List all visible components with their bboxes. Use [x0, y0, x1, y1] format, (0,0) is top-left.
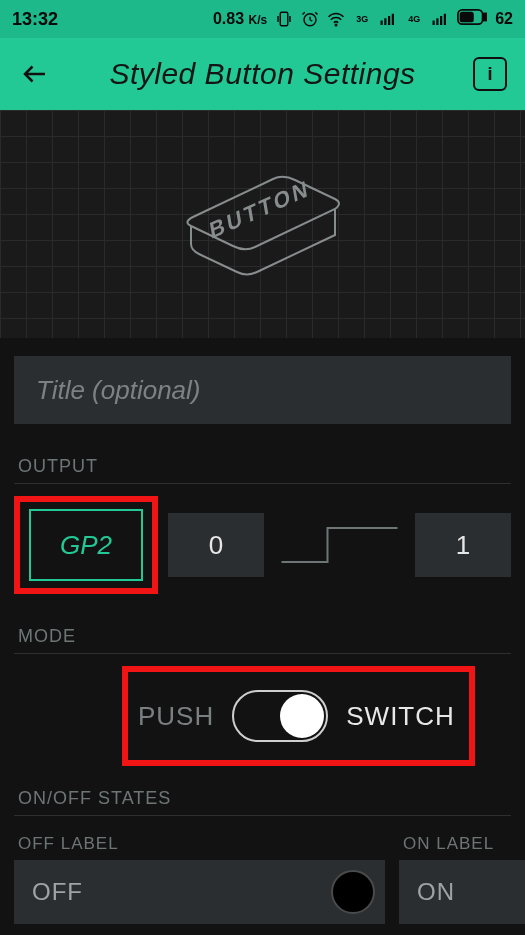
button-preview-icon: BUTTON	[153, 149, 373, 299]
output-section-label: OUTPUT	[14, 456, 511, 477]
info-icon: i	[487, 64, 492, 85]
alarm-icon	[301, 10, 319, 28]
pin-selector[interactable]: GP2	[29, 509, 143, 581]
status-right: 0.83 K/s 3G 4G 62	[213, 9, 513, 29]
off-text-color-swatch[interactable]	[331, 870, 375, 914]
on-label-title: ON LABEL	[403, 834, 525, 854]
mode-row: PUSH SWITCH	[14, 666, 511, 766]
wifi-icon	[327, 10, 345, 28]
status-time: 13:32	[12, 9, 213, 30]
appbar: Styled Button Settings i	[0, 38, 525, 110]
svg-rect-9	[381, 21, 383, 26]
arrow-left-icon	[20, 59, 50, 89]
on-label-field[interactable]	[399, 860, 525, 924]
battery-percent: 62	[495, 10, 513, 28]
toggle-knob	[280, 694, 324, 738]
signal-4g-icon: 4G	[405, 10, 423, 28]
output-high-field[interactable]: 1	[415, 513, 511, 577]
battery-icon	[457, 9, 487, 29]
info-button[interactable]: i	[473, 57, 507, 91]
svg-rect-19	[460, 12, 474, 23]
divider	[14, 483, 511, 484]
mode-switch-label: SWITCH	[346, 701, 455, 732]
svg-rect-10	[384, 18, 386, 25]
statusbar: 13:32 0.83 K/s 3G 4G 62	[0, 0, 525, 38]
states-row: OFF LABEL ON LABEL	[14, 828, 511, 924]
output-row: GP2 0 1	[14, 496, 511, 594]
pin-highlight: GP2	[14, 496, 158, 594]
divider	[14, 815, 511, 816]
svg-rect-18	[484, 13, 487, 20]
on-label-column: ON LABEL	[399, 828, 525, 924]
svg-rect-14	[436, 18, 438, 25]
svg-rect-13	[433, 21, 435, 26]
vibrate-icon	[275, 10, 293, 28]
svg-rect-15	[440, 16, 442, 25]
mode-section-label: MODE	[14, 626, 511, 647]
off-label-column: OFF LABEL	[14, 828, 385, 924]
status-netspeed: 0.83 K/s	[213, 10, 267, 28]
mode-push-label: PUSH	[138, 701, 214, 732]
off-label-field[interactable]	[14, 860, 385, 924]
mode-highlight: PUSH SWITCH	[122, 666, 475, 766]
off-label-title: OFF LABEL	[18, 834, 381, 854]
svg-rect-16	[444, 14, 446, 25]
svg-point-8	[335, 24, 337, 26]
back-button[interactable]	[18, 57, 52, 91]
on-label-input[interactable]	[417, 878, 525, 906]
output-curve-icon	[270, 513, 409, 577]
svg-line-6	[303, 12, 305, 14]
signal-icon	[379, 10, 397, 28]
signal-2-icon	[431, 10, 449, 28]
states-section-label: ON/OFF STATES	[14, 788, 511, 809]
svg-rect-11	[388, 16, 390, 25]
output-low-field[interactable]: 0	[168, 513, 264, 577]
widget-preview: BUTTON	[0, 110, 525, 338]
svg-line-7	[315, 12, 317, 14]
svg-rect-0	[280, 12, 288, 26]
off-label-input[interactable]	[32, 878, 331, 906]
mode-toggle[interactable]	[232, 690, 328, 742]
page-title: Styled Button Settings	[68, 57, 457, 91]
divider	[14, 653, 511, 654]
svg-line-5	[310, 20, 312, 22]
signal-3g-icon: 3G	[353, 10, 371, 28]
title-input[interactable]	[14, 356, 511, 424]
svg-rect-12	[392, 14, 394, 25]
